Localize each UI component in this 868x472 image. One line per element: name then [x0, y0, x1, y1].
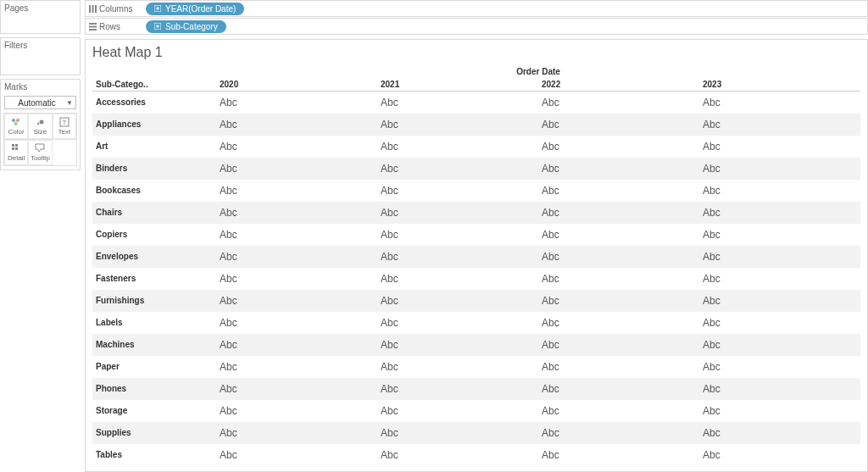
crosstab-cell[interactable]: Abc — [216, 268, 377, 290]
row-header[interactable]: Tables — [92, 444, 216, 466]
crosstab-cell[interactable]: Abc — [377, 202, 538, 224]
text-card[interactable]: T Text — [53, 114, 76, 139]
crosstab-cell[interactable]: Abc — [699, 246, 860, 268]
crosstab-cell[interactable]: Abc — [538, 246, 699, 268]
crosstab-cell[interactable]: Abc — [377, 422, 538, 444]
row-header[interactable]: Storage — [92, 400, 216, 422]
crosstab-cell[interactable]: Abc — [377, 378, 538, 400]
sheet-title[interactable]: Heat Map 1 — [92, 45, 860, 60]
crosstab-cell[interactable]: Abc — [699, 290, 860, 312]
crosstab-cell[interactable]: Abc — [377, 444, 538, 466]
size-card[interactable]: Size — [28, 114, 52, 139]
crosstab-cell[interactable]: Abc — [538, 290, 699, 312]
row-header[interactable]: Binders — [92, 158, 216, 180]
crosstab-cell[interactable]: Abc — [216, 400, 377, 422]
rows-pill-subcategory[interactable]: Sub-Category — [146, 20, 226, 33]
row-header[interactable]: Art — [92, 136, 216, 158]
crosstab-cell[interactable]: Abc — [699, 312, 860, 334]
crosstab-cell[interactable]: Abc — [538, 444, 699, 466]
crosstab-cell[interactable]: Abc — [216, 290, 377, 312]
crosstab-cell[interactable]: Abc — [538, 158, 699, 180]
crosstab-cell[interactable]: Abc — [377, 114, 538, 136]
color-card[interactable]: Color — [4, 114, 28, 139]
crosstab-cell[interactable]: Abc — [538, 334, 699, 356]
crosstab-cell[interactable]: Abc — [377, 158, 538, 180]
detail-card[interactable]: Detail — [4, 140, 28, 165]
crosstab-cell[interactable]: Abc — [216, 114, 377, 136]
crosstab-cell[interactable]: Abc — [216, 202, 377, 224]
row-header[interactable]: Supplies — [92, 422, 216, 444]
crosstab-cell[interactable]: Abc — [699, 180, 860, 202]
crosstab-cell[interactable]: Abc — [216, 158, 377, 180]
row-header[interactable]: Phones — [92, 378, 216, 400]
crosstab-cell[interactable]: Abc — [538, 378, 699, 400]
column-header[interactable]: 2023 — [699, 78, 860, 92]
columns-pill-year-orderdate[interactable]: YEAR(Order Date) — [146, 3, 244, 15]
crosstab-cell[interactable]: Abc — [216, 180, 377, 202]
crosstab-cell[interactable]: Abc — [216, 312, 377, 334]
crosstab-cell[interactable]: Abc — [699, 202, 860, 224]
crosstab-cell[interactable]: Abc — [699, 268, 860, 290]
crosstab-cell[interactable]: Abc — [699, 224, 860, 246]
crosstab-cell[interactable]: Abc — [538, 180, 699, 202]
crosstab-cell[interactable]: Abc — [538, 400, 699, 422]
crosstab-cell[interactable]: Abc — [377, 224, 538, 246]
crosstab-cell[interactable]: Abc — [377, 334, 538, 356]
crosstab-cell[interactable]: Abc — [538, 136, 699, 158]
row-header[interactable]: Bookcases — [92, 180, 216, 202]
row-header[interactable]: Envelopes — [92, 246, 216, 268]
crosstab-cell[interactable]: Abc — [216, 92, 377, 114]
crosstab-cell[interactable]: Abc — [377, 246, 538, 268]
crosstab-cell[interactable]: Abc — [699, 158, 860, 180]
crosstab-cell[interactable]: Abc — [216, 378, 377, 400]
crosstab-cell[interactable]: Abc — [538, 202, 699, 224]
column-header[interactable]: 2020 — [216, 78, 377, 92]
crosstab-cell[interactable]: Abc — [216, 422, 377, 444]
row-header[interactable]: Labels — [92, 312, 216, 334]
columns-shelf[interactable]: Columns YEAR(Order Date) — [85, 0, 868, 17]
crosstab-cell[interactable]: Abc — [216, 246, 377, 268]
crosstab-cell[interactable]: Abc — [538, 224, 699, 246]
column-header[interactable]: 2022 — [538, 78, 699, 92]
crosstab-cell[interactable]: Abc — [538, 268, 699, 290]
rows-shelf[interactable]: Rows Sub-Category — [85, 18, 868, 35]
crosstab-cell[interactable]: Abc — [538, 422, 699, 444]
marks-type-dropdown[interactable]: T Automatic ▼ — [4, 96, 76, 109]
row-header[interactable]: Furnishings — [92, 290, 216, 312]
crosstab-cell[interactable]: Abc — [377, 180, 538, 202]
crosstab-cell[interactable]: Abc — [216, 356, 377, 378]
crosstab-cell[interactable]: Abc — [377, 268, 538, 290]
crosstab-cell[interactable]: Abc — [699, 136, 860, 158]
crosstab-cell[interactable]: Abc — [216, 136, 377, 158]
crosstab-cell[interactable]: Abc — [377, 290, 538, 312]
row-header[interactable]: Machines — [92, 334, 216, 356]
crosstab-cell[interactable]: Abc — [377, 92, 538, 114]
column-header[interactable]: 2021 — [377, 78, 538, 92]
crosstab-cell[interactable]: Abc — [699, 334, 860, 356]
crosstab-cell[interactable]: Abc — [377, 312, 538, 334]
row-header[interactable]: Copiers — [92, 224, 216, 246]
row-header[interactable]: Appliances — [92, 114, 216, 136]
crosstab-cell[interactable]: Abc — [538, 312, 699, 334]
crosstab-cell[interactable]: Abc — [699, 114, 860, 136]
row-header[interactable]: Fasteners — [92, 268, 216, 290]
crosstab-cell[interactable]: Abc — [699, 356, 860, 378]
crosstab-cell[interactable]: Abc — [699, 444, 860, 466]
crosstab-cell[interactable]: Abc — [216, 224, 377, 246]
row-header[interactable]: Paper — [92, 356, 216, 378]
crosstab-cell[interactable]: Abc — [538, 114, 699, 136]
crosstab-cell[interactable]: Abc — [699, 422, 860, 444]
crosstab-cell[interactable]: Abc — [538, 356, 699, 378]
crosstab-cell[interactable]: Abc — [216, 444, 377, 466]
filters-shelf[interactable]: Filters — [0, 37, 81, 75]
crosstab-cell[interactable]: Abc — [699, 92, 860, 114]
row-header[interactable]: Accessories — [92, 92, 216, 114]
tooltip-card[interactable]: Tooltip — [28, 140, 52, 165]
crosstab-cell[interactable]: Abc — [216, 334, 377, 356]
crosstab-cell[interactable]: Abc — [377, 356, 538, 378]
pages-shelf[interactable]: Pages — [0, 0, 81, 34]
row-header[interactable]: Chairs — [92, 202, 216, 224]
crosstab-cell[interactable]: Abc — [699, 378, 860, 400]
crosstab-cell[interactable]: Abc — [377, 136, 538, 158]
crosstab-cell[interactable]: Abc — [538, 92, 699, 114]
